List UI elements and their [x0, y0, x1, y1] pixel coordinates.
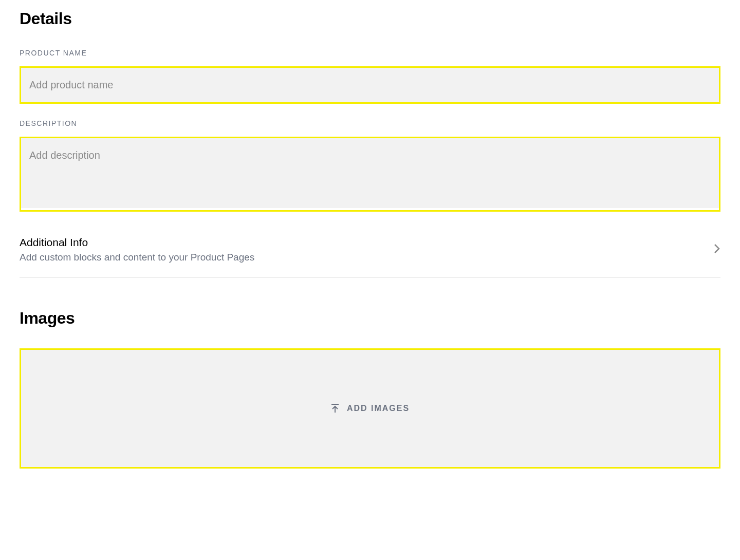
details-heading: Details [20, 9, 720, 28]
images-section: Images ADD IMAGES [20, 309, 720, 469]
product-name-field: PRODUCT NAME [20, 49, 720, 104]
upload-content: ADD IMAGES [330, 403, 410, 414]
description-field: DESCRIPTION [20, 119, 720, 212]
additional-info-title: Additional Info [20, 236, 705, 249]
additional-info-subtitle: Add custom blocks and content to your Pr… [20, 252, 705, 263]
product-name-label: PRODUCT NAME [20, 49, 720, 57]
description-input[interactable] [21, 138, 719, 208]
description-label: DESCRIPTION [20, 119, 720, 127]
chevron-right-icon [713, 243, 720, 256]
details-section: Details PRODUCT NAME DESCRIPTION Additio… [20, 9, 720, 278]
product-name-input[interactable] [21, 68, 719, 102]
additional-info-row[interactable]: Additional Info Add custom blocks and co… [20, 227, 720, 278]
additional-info-text: Additional Info Add custom blocks and co… [20, 236, 705, 263]
description-input-wrapper [20, 137, 720, 212]
upload-icon [330, 403, 340, 414]
images-heading: Images [20, 309, 720, 328]
product-name-input-wrapper [20, 66, 720, 104]
image-upload-wrapper: ADD IMAGES [20, 348, 720, 469]
upload-label: ADD IMAGES [347, 404, 410, 413]
image-upload-area[interactable]: ADD IMAGES [21, 350, 719, 467]
